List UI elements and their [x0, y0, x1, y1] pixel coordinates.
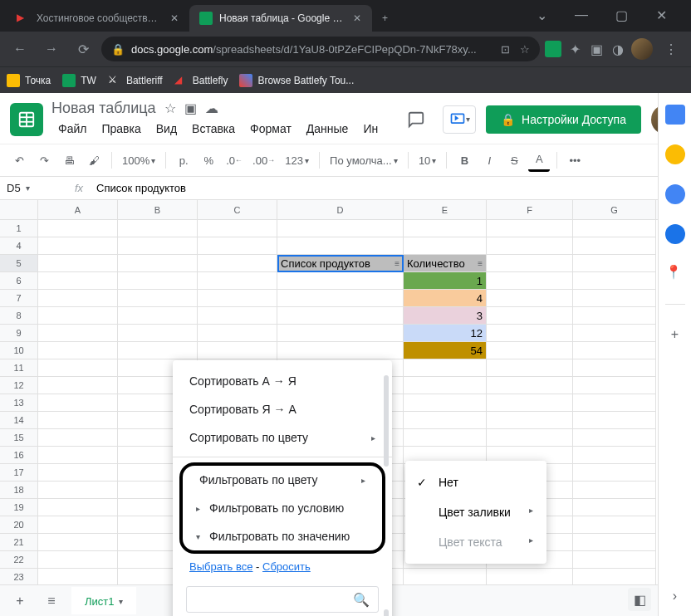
cell[interactable]	[38, 516, 118, 534]
cell[interactable]	[38, 307, 118, 325]
present-button[interactable]: ▾	[443, 105, 476, 134]
calendar-icon[interactable]	[665, 105, 685, 125]
submenu-none[interactable]: Нет	[405, 467, 546, 497]
add-sheet-button[interactable]: +	[8, 589, 32, 613]
cell[interactable]	[487, 359, 573, 377]
cell[interactable]	[404, 237, 487, 255]
cell[interactable]	[573, 220, 656, 237]
close-icon[interactable]: ✕	[352, 12, 362, 24]
bold-button[interactable]: B	[453, 149, 475, 172]
menu-ин[interactable]: Ин	[356, 119, 385, 139]
zoom-select[interactable]: 100%▾	[119, 149, 159, 172]
cell[interactable]	[277, 237, 404, 255]
cell[interactable]: 3	[404, 307, 487, 325]
cell[interactable]	[404, 377, 487, 394]
column-header[interactable]: G	[573, 200, 656, 219]
forward-button[interactable]: →	[38, 36, 65, 62]
cell[interactable]	[573, 237, 656, 255]
filter-by-condition-item[interactable]: Фильтровать по условию	[183, 494, 382, 522]
strikethrough-button[interactable]: S	[503, 149, 525, 172]
chevron-down-icon[interactable]: ⌄	[532, 5, 551, 25]
cell[interactable]	[487, 429, 573, 447]
cell[interactable]	[404, 394, 487, 412]
currency-button[interactable]: р.	[173, 149, 194, 172]
font-size-select[interactable]: 10▾	[415, 149, 439, 172]
cell[interactable]	[487, 272, 573, 290]
cell[interactable]	[487, 325, 573, 342]
cell[interactable]	[118, 325, 198, 342]
all-sheets-button[interactable]: ≡	[40, 589, 63, 613]
percent-button[interactable]: %	[198, 149, 219, 172]
cell[interactable]	[38, 482, 118, 499]
cell[interactable]	[38, 325, 118, 342]
submenu-fill-color[interactable]: Цвет заливки▸	[405, 497, 546, 527]
cell[interactable]	[573, 359, 656, 377]
cell[interactable]	[38, 237, 118, 255]
cell[interactable]	[573, 394, 656, 412]
cell[interactable]	[277, 325, 404, 342]
bookmark-item[interactable]: Browse Battlefy Tou...	[239, 74, 354, 87]
cell[interactable]	[277, 342, 404, 359]
cell[interactable]	[38, 272, 118, 290]
row-header[interactable]: 16	[0, 447, 37, 464]
bookmark-item[interactable]: ⚔Battleriff	[108, 74, 163, 87]
back-button[interactable]: ←	[7, 36, 33, 62]
extension-icon[interactable]	[545, 41, 561, 57]
close-window-icon[interactable]: ✕	[651, 5, 671, 25]
column-header[interactable]: A	[38, 200, 118, 219]
cell[interactable]	[573, 447, 656, 464]
menu-icon[interactable]: ⋮	[658, 36, 684, 62]
scrollbar[interactable]	[384, 609, 389, 616]
italic-button[interactable]: I	[478, 149, 500, 172]
cell[interactable]	[404, 569, 487, 586]
new-tab-button[interactable]: +	[372, 5, 398, 32]
comments-button[interactable]	[399, 103, 433, 136]
row-header[interactable]: 6	[0, 272, 37, 290]
cell[interactable]	[38, 429, 118, 447]
row-header[interactable]: 10	[0, 342, 37, 359]
contacts-icon[interactable]	[665, 224, 685, 244]
cell[interactable]	[198, 307, 277, 325]
decrease-decimal-button[interactable]: .0←	[223, 149, 246, 172]
cell[interactable]	[38, 569, 118, 586]
cell[interactable]	[38, 342, 118, 359]
cell[interactable]	[573, 377, 656, 394]
cell[interactable]	[198, 272, 277, 290]
cell[interactable]	[38, 534, 118, 551]
cell[interactable]	[487, 342, 573, 359]
more-toolbar-button[interactable]: •••	[564, 149, 586, 172]
text-color-button[interactable]: A	[528, 149, 550, 172]
cell[interactable]	[198, 255, 277, 272]
cell[interactable]	[277, 272, 404, 290]
hide-panel-icon[interactable]: ›	[665, 586, 685, 606]
add-addon-icon[interactable]: +	[665, 325, 685, 345]
minimize-icon[interactable]: —	[571, 5, 591, 25]
browser-tab[interactable]: ▶ Хостинговое сообщество «Tim ✕	[7, 5, 189, 32]
name-box[interactable]: D5▾	[0, 182, 66, 194]
bookmark-item[interactable]: TW	[62, 74, 96, 87]
share-button[interactable]: 🔒 Настройки Доступа	[486, 105, 641, 134]
row-header[interactable]: 5	[0, 255, 37, 272]
cell[interactable]	[404, 412, 487, 429]
menu-правка[interactable]: Правка	[95, 119, 147, 139]
cell[interactable]	[487, 394, 573, 412]
cell[interactable]	[198, 237, 277, 255]
scrollbar[interactable]	[384, 375, 389, 467]
cell[interactable]	[487, 412, 573, 429]
cell[interactable]	[38, 551, 118, 569]
cell[interactable]	[118, 272, 198, 290]
cell[interactable]	[198, 342, 277, 359]
row-header[interactable]: 22	[0, 551, 37, 569]
cell[interactable]: 12	[404, 325, 487, 342]
address-bar[interactable]: 🔒 docs.google.com/spreadsheets/d/1YaU8-0…	[101, 37, 540, 61]
cell[interactable]	[118, 307, 198, 325]
column-header[interactable]: D	[277, 200, 404, 219]
cell[interactable]	[38, 412, 118, 429]
cell[interactable]	[573, 290, 656, 307]
keep-icon[interactable]	[665, 144, 685, 164]
cell[interactable]	[277, 290, 404, 307]
menu-файл[interactable]: Файл	[51, 119, 93, 139]
sort-by-color-item[interactable]: Сортировать по цвету▸	[173, 423, 392, 452]
sheet-tab[interactable]: Лист1▾	[71, 587, 136, 614]
cell[interactable]	[38, 220, 118, 237]
